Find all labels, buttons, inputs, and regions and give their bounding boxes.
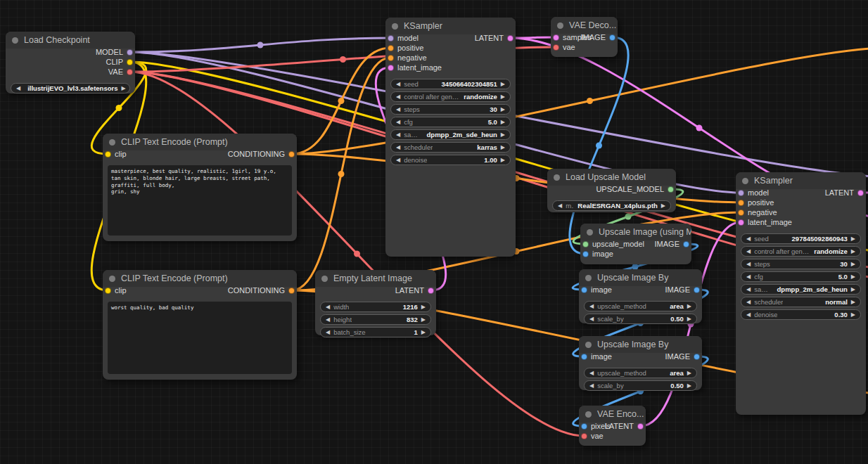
decrement-arrow-icon[interactable]: ◀ bbox=[589, 370, 594, 376]
widget-value[interactable]: 5.0 bbox=[488, 118, 497, 126]
widget-steps[interactable]: ◀steps30▶ bbox=[390, 104, 511, 115]
input-slot-positive[interactable]: positive bbox=[388, 43, 423, 53]
conditioning-slot-dot-icon[interactable] bbox=[738, 200, 744, 206]
graph-canvas[interactable]: { "colors": { "model": "#b39ddb", "clip"… bbox=[0, 0, 868, 464]
widget-value[interactable]: illustrijEVO_lvl3.safetensors bbox=[27, 84, 117, 92]
latent-slot-dot-icon[interactable] bbox=[637, 423, 644, 430]
image-slot-dot-icon[interactable] bbox=[694, 287, 700, 293]
widget-value[interactable]: 0.50 bbox=[670, 382, 684, 389]
increment-arrow-icon[interactable]: ▶ bbox=[851, 262, 855, 267]
widget-scale-by[interactable]: ◀scale_by0.50▶ bbox=[584, 380, 697, 391]
widget-value[interactable]: dpmpp_2m_sde_heun bbox=[777, 285, 848, 293]
clip-slot-dot-icon[interactable] bbox=[105, 288, 111, 294]
input-slot-image[interactable]: image bbox=[581, 352, 612, 361]
decrement-arrow-icon[interactable]: ◀ bbox=[746, 249, 751, 254]
decrement-arrow-icon[interactable]: ◀ bbox=[746, 262, 751, 267]
increment-arrow-icon[interactable]: ▶ bbox=[501, 107, 505, 112]
increment-arrow-icon[interactable]: ▶ bbox=[501, 132, 505, 138]
widget-sampler[interactable]: ◀sampler …dpmpp_2m_sde_heun▶ bbox=[741, 284, 861, 295]
input-slot-model[interactable]: model bbox=[388, 33, 419, 43]
input-slot-clip[interactable]: clip bbox=[105, 149, 127, 159]
widget-mode[interactable]: ◀mode…RealESRGAN_x4plus.pth▶ bbox=[552, 200, 671, 211]
increment-arrow-icon[interactable]: ▶ bbox=[501, 157, 505, 163]
output-slot-image[interactable]: IMAGE bbox=[665, 352, 700, 361]
image-slot-dot-icon[interactable] bbox=[581, 287, 587, 293]
increment-arrow-icon[interactable]: ▶ bbox=[501, 82, 505, 87]
output-slot-vae[interactable]: VAE bbox=[108, 67, 133, 77]
output-slot-latent[interactable]: LATENT bbox=[825, 188, 864, 198]
input-slot-clip[interactable]: clip bbox=[105, 285, 127, 295]
widget-denoise[interactable]: ◀denoise0.30▶ bbox=[741, 309, 861, 320]
vae-slot-dot-icon[interactable] bbox=[581, 433, 587, 439]
widget-ck[interactable]: ◀ck …illustrijEVO_lvl3.safetensors▶ bbox=[11, 83, 130, 94]
latent-slot-dot-icon[interactable] bbox=[738, 219, 744, 226]
decrement-arrow-icon[interactable]: ◀ bbox=[16, 86, 20, 91]
decrement-arrow-icon[interactable]: ◀ bbox=[746, 274, 751, 280]
latent-slot-dot-icon[interactable] bbox=[388, 65, 394, 71]
widget-value[interactable]: 1.00 bbox=[484, 156, 497, 164]
widget-batch-size[interactable]: ◀batch_size1▶ bbox=[320, 327, 431, 337]
widget-value[interactable]: karras bbox=[477, 143, 497, 151]
increment-arrow-icon[interactable]: ▶ bbox=[501, 94, 505, 100]
widget-scheduler[interactable]: ◀schedulernormal▶ bbox=[741, 297, 861, 307]
input-slot-vae[interactable]: vae bbox=[553, 42, 575, 52]
increment-arrow-icon[interactable]: ▶ bbox=[851, 274, 855, 280]
widget-value[interactable]: 345066402304851 bbox=[442, 80, 497, 88]
image-slot-dot-icon[interactable] bbox=[582, 251, 589, 257]
decrement-arrow-icon[interactable]: ◀ bbox=[558, 203, 562, 209]
node-title-bar[interactable]: Upscale Image (using M... bbox=[580, 224, 691, 240]
widget-width[interactable]: ◀width1216▶ bbox=[320, 302, 431, 312]
model-slot-dot-icon[interactable] bbox=[127, 49, 133, 56]
widget-value[interactable]: 1 bbox=[414, 328, 418, 336]
conditioning-slot-dot-icon[interactable] bbox=[388, 55, 394, 61]
widget-value[interactable]: 0.30 bbox=[834, 311, 848, 318]
node-title-bar[interactable]: KSampler bbox=[736, 172, 866, 189]
node-title-bar[interactable]: Empty Latent Image bbox=[315, 270, 436, 287]
widget-cfg[interactable]: ◀cfg5.0▶ bbox=[390, 117, 511, 127]
widget-seed[interactable]: ◀seed297845092860943▶ bbox=[741, 233, 861, 244]
prompt-textarea[interactable]: masterpiece, best quality, realistic, 1g… bbox=[108, 165, 292, 236]
decrement-arrow-icon[interactable]: ◀ bbox=[326, 317, 330, 323]
input-slot-latent_image[interactable]: latent_image bbox=[388, 63, 442, 72]
decrement-arrow-icon[interactable]: ◀ bbox=[396, 120, 400, 125]
input-slot-negative[interactable]: negative bbox=[388, 53, 427, 63]
widget-value[interactable]: area bbox=[670, 302, 684, 310]
node-title-bar[interactable]: Load Upscale Model bbox=[547, 169, 676, 186]
node-vae-encode[interactable]: VAE Enco...pixelsvaeLATENT bbox=[579, 406, 646, 446]
decrement-arrow-icon[interactable]: ◀ bbox=[396, 132, 400, 138]
input-slot-positive[interactable]: positive bbox=[738, 198, 774, 207]
widget-value[interactable]: 5.0 bbox=[838, 273, 848, 281]
node-load-upscale[interactable]: Load Upscale ModelUPSCALE_MODEL◀mode…Rea… bbox=[547, 169, 676, 212]
decrement-arrow-icon[interactable]: ◀ bbox=[326, 330, 330, 335]
node-title-bar[interactable]: Upscale Image By bbox=[579, 336, 702, 353]
output-slot-image[interactable]: IMAGE bbox=[665, 285, 700, 295]
input-slot-upscale_model[interactable]: upscale_model bbox=[582, 239, 644, 249]
decrement-arrow-icon[interactable]: ◀ bbox=[396, 157, 400, 163]
image-slot-dot-icon[interactable] bbox=[694, 354, 700, 360]
increment-arrow-icon[interactable]: ▶ bbox=[501, 120, 505, 125]
widget-value[interactable]: 30 bbox=[840, 260, 848, 268]
input-slot-latent_image[interactable]: latent_image bbox=[738, 217, 792, 227]
widget-value[interactable]: area bbox=[670, 369, 684, 377]
widget-control-after-genera[interactable]: ◀control after genera…randomize▶ bbox=[390, 91, 511, 102]
image-slot-dot-icon[interactable] bbox=[581, 354, 587, 360]
increment-arrow-icon[interactable]: ▶ bbox=[851, 287, 855, 292]
input-slot-image[interactable]: image bbox=[581, 285, 612, 295]
increment-arrow-icon[interactable]: ▶ bbox=[687, 383, 691, 389]
image-slot-dot-icon[interactable] bbox=[609, 34, 615, 41]
node-clip-encode-pos[interactable]: CLIP Text Encode (Prompt)clipCONDITIONIN… bbox=[103, 134, 297, 241]
decrement-arrow-icon[interactable]: ◀ bbox=[326, 304, 330, 310]
decrement-arrow-icon[interactable]: ◀ bbox=[746, 287, 751, 292]
node-empty-latent[interactable]: Empty Latent ImageLATENT◀width1216▶◀heig… bbox=[315, 270, 436, 335]
prompt-textarea[interactable]: worst quality, bad quality bbox=[108, 302, 292, 374]
node-title-bar[interactable]: Upscale Image By bbox=[579, 269, 702, 286]
increment-arrow-icon[interactable]: ▶ bbox=[687, 304, 691, 309]
widget-value[interactable]: normal bbox=[825, 298, 848, 306]
output-slot-clip[interactable]: CLIP bbox=[106, 57, 133, 67]
decrement-arrow-icon[interactable]: ◀ bbox=[746, 299, 751, 305]
decrement-arrow-icon[interactable]: ◀ bbox=[589, 316, 594, 322]
widget-upscale-method[interactable]: ◀upscale_methodarea▶ bbox=[584, 301, 697, 311]
latent-slot-dot-icon[interactable] bbox=[428, 288, 434, 294]
clip-slot-dot-icon[interactable] bbox=[105, 151, 111, 157]
output-slot-latent[interactable]: LATENT bbox=[605, 421, 644, 431]
